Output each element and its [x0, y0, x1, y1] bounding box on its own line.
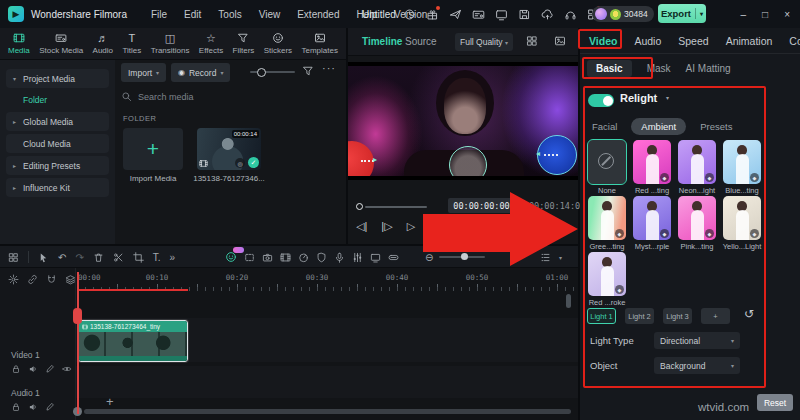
- quality-dropdown[interactable]: Full Quality▾: [455, 33, 513, 51]
- gift-icon[interactable]: [425, 7, 439, 21]
- tab-media[interactable]: Media: [8, 28, 30, 59]
- subtab-basic[interactable]: Basic: [587, 60, 632, 77]
- minimize-button[interactable]: –: [741, 9, 747, 20]
- auto-ripple-icon[interactable]: [388, 252, 399, 263]
- filter-icon[interactable]: [302, 65, 314, 77]
- light-type-dropdown[interactable]: Directional▾: [654, 332, 740, 349]
- relight-toggle[interactable]: [588, 94, 614, 107]
- relight-control-point-face[interactable]: [449, 146, 487, 176]
- preset-red-lighting[interactable]: ◆Red ...ting: [633, 140, 671, 196]
- delete-icon[interactable]: [93, 252, 104, 263]
- import-button[interactable]: Import▾: [121, 63, 166, 82]
- reset-lights-icon[interactable]: ↺: [744, 307, 754, 321]
- preview-eye-icon[interactable]: ◎: [235, 158, 245, 168]
- previous-frame-button[interactable]: ◁|: [356, 220, 367, 233]
- play-button[interactable]: ▷: [407, 220, 415, 233]
- record-button[interactable]: ◉Record▾: [171, 63, 230, 82]
- close-button[interactable]: ×: [784, 9, 790, 20]
- edit-icon[interactable]: [45, 402, 55, 412]
- light-3-button[interactable]: Light 3: [663, 308, 692, 324]
- timeline-zoom-slider[interactable]: [439, 256, 485, 258]
- chevron-down-icon[interactable]: ▾: [666, 94, 669, 101]
- menu-file[interactable]: File: [151, 9, 167, 20]
- preview-tab-source[interactable]: Source: [405, 36, 437, 47]
- tab-stock-media[interactable]: Stock Media: [39, 28, 83, 59]
- more-options-icon[interactable]: ···: [322, 62, 336, 74]
- speed-icon[interactable]: [298, 252, 309, 263]
- menu-extended[interactable]: Extended: [297, 9, 339, 20]
- undo-icon[interactable]: ↶: [58, 252, 66, 263]
- marker-icon[interactable]: [316, 252, 327, 263]
- tab-stickers[interactable]: Stickers: [264, 28, 292, 59]
- link-icon[interactable]: [27, 274, 38, 285]
- edit-icon[interactable]: [45, 364, 55, 374]
- tab-titles[interactable]: TTitles: [122, 28, 141, 59]
- sidebar-item-project-media[interactable]: ▾Project Media: [6, 69, 109, 88]
- audio-mixer-icon[interactable]: [352, 252, 363, 263]
- snapshot-icon[interactable]: [554, 35, 566, 47]
- hide-track-icon[interactable]: [62, 364, 72, 374]
- chroma-key-icon[interactable]: [262, 252, 273, 263]
- import-media-tile[interactable]: +: [123, 128, 183, 170]
- motion-track-icon[interactable]: [244, 252, 255, 263]
- menu-view[interactable]: View: [259, 9, 281, 20]
- tab-animation[interactable]: Animation: [726, 35, 773, 47]
- chevron-down-icon[interactable]: ▾: [559, 254, 562, 261]
- text-tool-icon[interactable]: T.: [153, 252, 161, 263]
- tab-color[interactable]: Color: [789, 35, 800, 47]
- next-frame-button[interactable]: |▷: [381, 220, 392, 233]
- preset-mystic-purple[interactable]: ◆Myst...rple: [633, 196, 671, 252]
- tab-templates[interactable]: Templates: [302, 28, 338, 59]
- upload-icon[interactable]: [540, 7, 554, 21]
- save-icon[interactable]: [517, 7, 531, 21]
- crop-icon[interactable]: [133, 252, 144, 263]
- relight-tab-presets[interactable]: Presets: [700, 121, 732, 132]
- subtab-mask[interactable]: Mask: [647, 63, 671, 74]
- scrubber-track[interactable]: [365, 206, 427, 208]
- lock-icon[interactable]: [11, 364, 21, 374]
- playhead[interactable]: [77, 272, 79, 414]
- more-tools-icon[interactable]: »: [170, 252, 176, 263]
- redo-icon[interactable]: ↷: [75, 252, 83, 263]
- tab-speed[interactable]: Speed: [678, 35, 708, 47]
- split-icon[interactable]: [113, 252, 124, 263]
- media-clip-tile[interactable]: 00:00:14 ◎ ✓: [197, 128, 261, 170]
- support-icon[interactable]: [563, 7, 577, 21]
- account-pill[interactable]: 30484: [592, 6, 654, 22]
- tab-audio[interactable]: Audio: [634, 35, 661, 47]
- object-dropdown[interactable]: Background▾: [654, 357, 740, 374]
- mute-icon[interactable]: [28, 364, 38, 374]
- tab-filters[interactable]: Filters: [233, 28, 255, 59]
- sidebar-item-influence-kit[interactable]: ▸Influence Kit: [6, 178, 109, 197]
- relight-tab-ambient[interactable]: Ambient: [631, 118, 686, 135]
- light-2-button[interactable]: Light 2: [625, 308, 654, 324]
- subtab-ai-matting[interactable]: AI Matting: [686, 63, 731, 74]
- ai-portrait-icon[interactable]: [225, 251, 237, 263]
- preset-pink-lighting[interactable]: ◆Pink...ting: [678, 196, 716, 252]
- sidebar-item-global-media[interactable]: ▸Global Media: [6, 112, 109, 131]
- screen-record-icon[interactable]: [370, 252, 381, 263]
- preset-yellow-light[interactable]: ◆Yello...Light: [723, 196, 761, 252]
- preset-blue-lighting[interactable]: ◆Blue...ting: [723, 140, 761, 196]
- tab-effects[interactable]: ☆Effects: [199, 28, 223, 59]
- mute-icon[interactable]: [28, 402, 38, 412]
- thumbnail-size-slider[interactable]: [250, 71, 295, 73]
- select-tool-icon[interactable]: [38, 252, 49, 263]
- preset-red-stroke[interactable]: ◆Red ...roke: [588, 252, 626, 308]
- timeline-vscrollbar[interactable]: [566, 294, 571, 308]
- voiceover-icon[interactable]: [334, 252, 345, 263]
- export-button[interactable]: Export▾: [658, 4, 706, 23]
- preset-neon-light[interactable]: ◆Neon...ight: [678, 140, 716, 196]
- share-icon[interactable]: [448, 7, 462, 21]
- audio-track-lane[interactable]: [76, 366, 578, 398]
- layers-icon[interactable]: [65, 274, 76, 285]
- relight-control-point-red[interactable]: [348, 141, 374, 176]
- preset-green-lighting[interactable]: ◆Gree...ting: [588, 196, 626, 252]
- tab-video[interactable]: Video: [589, 35, 617, 47]
- preset-none[interactable]: None: [588, 140, 626, 196]
- scrubber-handle[interactable]: [356, 203, 363, 210]
- timeline-clip[interactable]: 135138-761273464_tiny: [78, 320, 188, 362]
- menu-edit[interactable]: Edit: [184, 9, 201, 20]
- track-manager-icon[interactable]: [540, 252, 551, 263]
- zoom-out-icon[interactable]: ⊖: [425, 252, 433, 263]
